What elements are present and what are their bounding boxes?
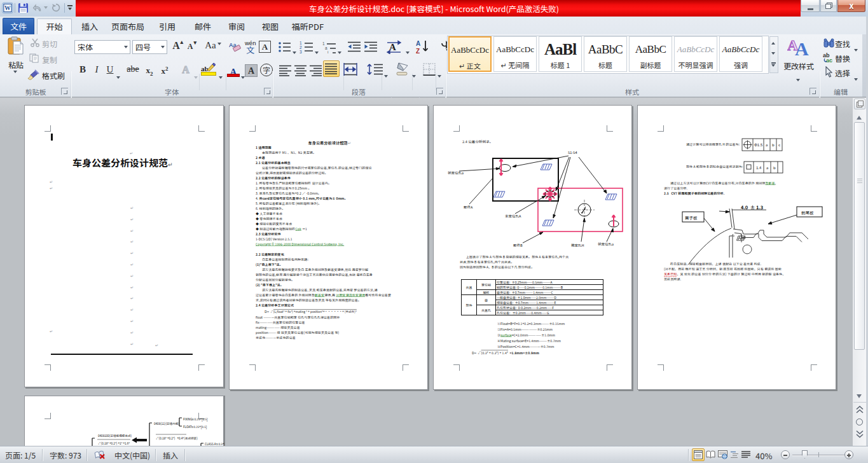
svg-text:Φ1.5: Φ1.5	[754, 142, 763, 148]
svg-text:3: 3	[300, 50, 302, 53]
svg-text:主定位孔A: 主定位孔A	[505, 214, 521, 219]
svg-text:a: a	[325, 46, 327, 50]
svg-text:2: 2	[300, 45, 302, 50]
svg-text:a: a	[766, 165, 768, 170]
svg-text:部件A: 部件A	[464, 205, 473, 210]
svg-text:1.4: 1.4	[756, 165, 762, 170]
svg-text:0408(11)(前墙内板): 0408(11)(前墙内板)	[154, 422, 179, 426]
svg-text:i: i	[327, 50, 328, 53]
svg-text:b: b	[773, 165, 776, 170]
svg-text:1: 1	[322, 41, 325, 46]
svg-text:4.0 ± 1.3: 4.0 ± 1.3	[741, 204, 763, 211]
svg-text:√(0.18² +0.2²) +1² +1.6²: √(0.18² +0.2²) +1² +1.6²	[98, 441, 130, 446]
svg-text:FIXINGs 0.25+[0.5]: FIXINGs 0.25+[0.5]	[183, 417, 208, 422]
svg-text:√(0.18² +0.2²) +0.4²(总成组装): √(0.18² +0.2²) +0.4²(总成组装)	[156, 436, 198, 441]
svg-text:0408100(前墙板焊接总成): 0408100(前墙板焊接总成)	[98, 434, 132, 438]
svg-text:a: a	[766, 142, 768, 148]
svg-text:1: 1	[300, 41, 302, 45]
svg-text:Z: Z	[416, 48, 420, 55]
svg-text:前尾板: 前尾板	[801, 209, 814, 216]
svg-text:A: A	[416, 40, 420, 47]
svg-text:c: c	[778, 142, 780, 148]
svg-text:A: A	[795, 38, 809, 57]
svg-text:FLOATs 0.25+[0.5]: FLOATs 0.25+[0.5]	[183, 425, 207, 429]
svg-text:部件B: 部件B	[513, 243, 523, 248]
svg-text:微定孔H: 微定孔H	[571, 243, 584, 248]
svg-text:ac: ac	[826, 57, 832, 63]
svg-text:状定位孔a: 状定位孔a	[598, 242, 614, 247]
svg-text:b: b	[772, 142, 775, 148]
svg-text:S1-S4: S1-S4	[568, 150, 577, 155]
svg-text:文: 文	[246, 44, 254, 55]
svg-text:翼子板: 翼子板	[685, 214, 698, 221]
